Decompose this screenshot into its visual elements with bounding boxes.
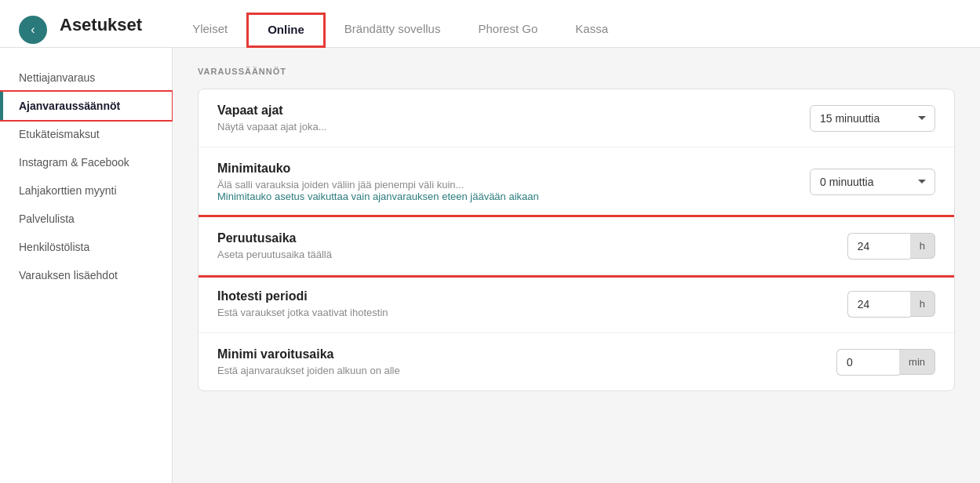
back-button[interactable]: ‹ (19, 16, 47, 44)
tab-kassa[interactable]: Kassa (556, 14, 627, 47)
minimi-varoitusaika-unit: min (899, 349, 935, 375)
peruutusaika-input-group: h (847, 233, 935, 260)
minimitauko-subtitle2: Minimitauko asetus vaikuttaa vain ajanva… (217, 191, 810, 202)
row-minimi-varoitusaika: Minimi varoitusaika Estä ajanvaraukset j… (199, 333, 954, 390)
vapaat-ajat-select[interactable]: 15 minuuttia 30 minuuttia 60 minuuttia (810, 105, 935, 132)
tab-online[interactable]: Online (246, 13, 326, 48)
tab-phorest[interactable]: Phorest Go (459, 14, 556, 47)
sidebar-item-lahjakorttien-myynti[interactable]: Lahjakorttien myynti (0, 176, 172, 205)
page-title: Asetukset (60, 15, 142, 45)
ihotesti-input-group: h (847, 291, 935, 318)
row-ihotesti: Ihotesti periodi Estä varaukset jotka va… (199, 275, 954, 333)
row-minimitauko: Minimitauko Älä salli varauksia joiden v… (199, 147, 954, 217)
sidebar-item-ajanvaraussaannot[interactable]: Ajanvaraussäännöt (0, 92, 172, 120)
section-title: VARAUSSÄÄNNÖT (198, 67, 955, 76)
sidebar-item-henkilostolista[interactable]: Henkilöstölista (0, 233, 172, 261)
ihotesti-title: Ihotesti periodi (217, 289, 847, 303)
rules-card: Vapaat ajat Näytä vapaat ajat joka... 15… (198, 89, 955, 391)
minimi-varoitusaika-title: Minimi varoitusaika (217, 347, 836, 361)
vapaat-ajat-subtitle: Näytä vapaat ajat joka... (217, 121, 810, 133)
sidebar-item-varauksen-lisaehdot[interactable]: Varauksen lisäehdot (0, 261, 172, 289)
minimi-varoitusaika-input-group: min (836, 349, 935, 376)
vapaat-ajat-title: Vapaat ajat (217, 104, 810, 118)
ihotesti-input[interactable] (847, 291, 910, 318)
minimi-varoitusaika-input[interactable] (836, 349, 899, 376)
tab-bar: Yleiset Online Brändätty sovellus Phores… (173, 13, 627, 47)
peruutusaika-input[interactable] (847, 233, 910, 260)
main-content: VARAUSSÄÄNNÖT Vapaat ajat Näytä vapaat a… (173, 48, 980, 483)
tab-brandatty[interactable]: Brändätty sovellus (326, 14, 460, 47)
peruutusaika-unit: h (910, 233, 935, 259)
peruutusaika-title: Peruutusaika (217, 231, 847, 245)
ihotesti-subtitle: Estä varaukset jotka vaativat ihotestin (217, 307, 847, 318)
minimi-varoitusaika-subtitle: Estä ajanvaraukset joiden alkuun on alle (217, 365, 836, 376)
sidebar-item-nettiajanvaraus[interactable]: Nettiajanvaraus (0, 64, 172, 92)
sidebar-item-instagram-facebook[interactable]: Instagram & Facebook (0, 148, 172, 176)
sidebar: Nettiajanvaraus Ajanvaraussäännöt Etukät… (0, 48, 173, 483)
minimitauko-title: Minimitauko (217, 162, 810, 176)
ihotesti-unit: h (910, 291, 935, 317)
row-vapaat-ajat: Vapaat ajat Näytä vapaat ajat joka... 15… (199, 89, 954, 147)
sidebar-item-etukateismaksut[interactable]: Etukäteismaksut (0, 120, 172, 148)
row-peruutusaika: Peruutusaika Aseta peruutusaika täällä h (199, 217, 954, 275)
sidebar-item-palvelulista[interactable]: Palvelulista (0, 205, 172, 233)
peruutusaika-subtitle: Aseta peruutusaika täällä (217, 249, 847, 260)
tab-yleiset[interactable]: Yleiset (173, 14, 246, 47)
minimitauko-subtitle: Älä salli varauksia joiden väliin jää pi… (217, 179, 810, 191)
minimitauko-select[interactable]: 0 minuuttia 5 minuuttia 10 minuuttia (810, 169, 935, 195)
